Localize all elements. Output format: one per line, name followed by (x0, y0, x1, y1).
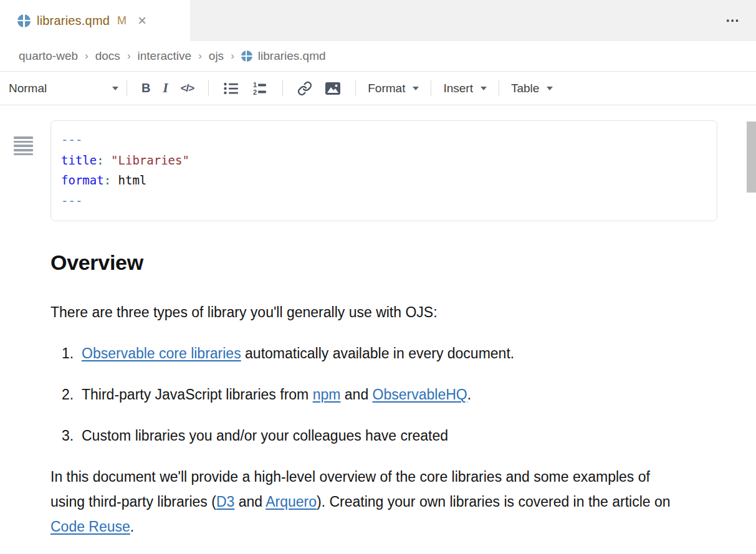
yaml-front-matter-block[interactable]: ---title: "Libraries"format: html--- (50, 120, 717, 221)
editor-content[interactable]: ---title: "Libraries"format: html--- Ove… (0, 120, 756, 554)
svg-text:1: 1 (253, 81, 257, 88)
list-item-text: Third-party JavaScript libraries from np… (82, 382, 471, 407)
toolbar-divider (499, 80, 499, 96)
chevron-down-icon (547, 87, 553, 90)
image-icon (325, 82, 341, 95)
breadcrumb-quarto-web[interactable]: quarto-web (19, 49, 78, 63)
format-menu-label: Format (368, 82, 405, 95)
tab-strip: libraries.qmd M × ⋯ (0, 0, 756, 41)
list-item: 3. Custom libraries you and/or your coll… (50, 423, 717, 448)
yaml-code-line: format: html (61, 170, 707, 191)
toolbar-divider (282, 80, 283, 96)
breadcrumb-docs[interactable]: docs (95, 49, 120, 63)
chevron-right-icon: › (231, 50, 234, 62)
paragraph-style-select[interactable]: Normal (9, 82, 118, 95)
link-button[interactable] (297, 81, 312, 96)
list-number: 3. (62, 423, 82, 448)
text-run: . (467, 386, 471, 403)
chevron-right-icon: › (85, 50, 89, 62)
heading-overview: Overview (50, 251, 717, 275)
vertical-scrollbar[interactable] (747, 122, 756, 193)
code-button[interactable]: </> (181, 82, 194, 95)
quarto-file-icon (17, 14, 31, 27)
chevron-right-icon: › (198, 50, 202, 62)
doc-link[interactable]: Arquero (266, 494, 317, 510)
breadcrumb: quarto-web › docs › interactive › ojs › … (0, 41, 756, 72)
text-run: and (340, 386, 372, 403)
ordered-list-icon: 12 (252, 81, 268, 96)
table-menu-label: Table (511, 82, 539, 95)
more-actions-icon[interactable]: ⋯ (725, 12, 740, 29)
text-run: automatically available in every documen… (241, 345, 515, 361)
document-body[interactable]: ---title: "Libraries"format: html--- Ove… (50, 120, 717, 539)
text-run: Third-party JavaScript libraries from (82, 386, 313, 403)
text-run: . (130, 518, 134, 535)
toolbar-divider (431, 80, 431, 96)
list-item: 2. Third-party JavaScript libraries from… (50, 382, 717, 407)
doc-link[interactable]: Observable core libraries (82, 345, 241, 361)
breadcrumb-ojs[interactable]: ojs (209, 49, 224, 63)
list-number: 2. (62, 382, 82, 407)
tab-libraries-qmd[interactable]: libraries.qmd M × (0, 0, 190, 41)
toolbar-divider (127, 80, 127, 96)
table-menu[interactable]: Table (511, 82, 553, 95)
chevron-down-icon (481, 87, 487, 90)
chevron-right-icon: › (127, 50, 131, 62)
yaml-code-line: --- (61, 191, 707, 211)
numbered-list: 1. Observable core libraries automatical… (50, 341, 717, 448)
insert-menu[interactable]: Insert (443, 82, 487, 95)
toolbar-divider (355, 80, 356, 96)
toolbar-divider (208, 80, 209, 96)
modified-badge: M (117, 14, 127, 27)
intro-paragraph: There are three types of library you'll … (50, 300, 717, 325)
list-item: 1. Observable core libraries automatical… (50, 341, 717, 366)
doc-link[interactable]: npm (313, 386, 341, 403)
list-item-text: Observable core libraries automatically … (82, 341, 514, 366)
bullet-list-icon (223, 81, 239, 96)
tab-title: libraries.qmd (37, 14, 110, 28)
bullet-list-button[interactable] (223, 81, 239, 96)
closing-paragraph: In this document we'll provide a high-le… (50, 464, 681, 539)
doc-link[interactable]: D3 (216, 494, 234, 510)
bold-button[interactable]: B (141, 81, 150, 95)
doc-link[interactable]: ObservableHQ (373, 386, 467, 403)
editor-toolbar: Normal B I </> 12 Format (0, 72, 756, 105)
close-icon[interactable]: × (138, 13, 146, 28)
svg-text:2: 2 (253, 88, 257, 96)
block-drag-handle-icon[interactable] (14, 136, 33, 157)
insert-menu-label: Insert (443, 82, 473, 95)
chevron-down-icon (413, 87, 419, 90)
paragraph-style-value: Normal (9, 82, 47, 95)
doc-link[interactable]: Code Reuse (50, 518, 130, 535)
breadcrumb-file[interactable]: libraries.qmd (258, 49, 326, 63)
yaml-code-line: title: "Libraries" (61, 150, 707, 171)
format-menu[interactable]: Format (368, 82, 419, 95)
chevron-down-icon (112, 87, 118, 90)
ordered-list-button[interactable]: 12 (252, 81, 268, 96)
text-run: ). Creating your own libraries is covere… (317, 494, 671, 510)
image-button[interactable] (325, 82, 341, 95)
yaml-code-line: --- (61, 130, 707, 150)
text-run: and (234, 494, 266, 510)
breadcrumb-interactive[interactable]: interactive (138, 49, 192, 63)
list-number: 1. (62, 341, 82, 366)
link-icon (297, 81, 312, 96)
list-item-text: Custom libraries you and/or your colleag… (82, 423, 448, 448)
quarto-file-icon (241, 50, 252, 62)
text-run: Custom libraries you and/or your colleag… (82, 427, 448, 444)
italic-button[interactable]: I (163, 80, 168, 96)
